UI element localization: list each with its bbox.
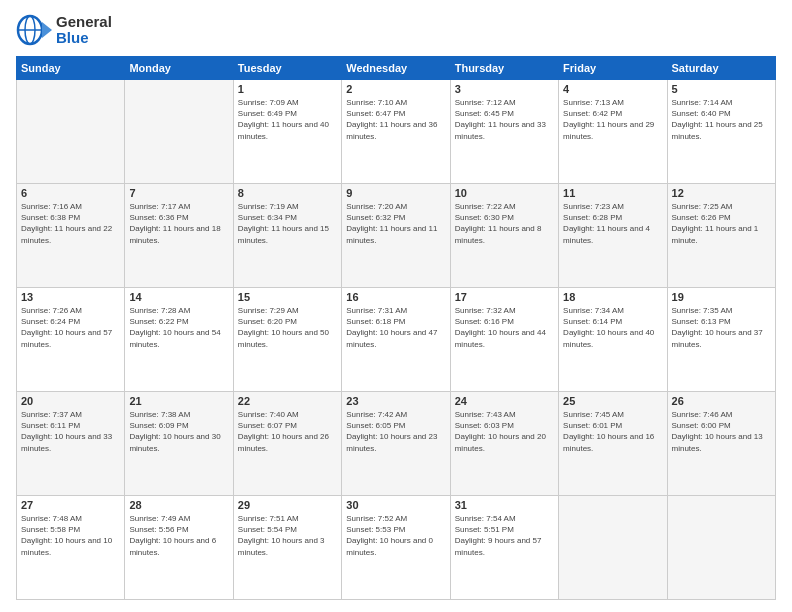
day-number: 1 xyxy=(238,83,337,95)
day-cell: 29Sunrise: 7:51 AMSunset: 5:54 PMDayligh… xyxy=(233,496,341,600)
day-number: 9 xyxy=(346,187,445,199)
day-number: 23 xyxy=(346,395,445,407)
col-header-monday: Monday xyxy=(125,57,233,80)
day-number: 6 xyxy=(21,187,120,199)
calendar-table: SundayMondayTuesdayWednesdayThursdayFrid… xyxy=(16,56,776,600)
day-cell: 30Sunrise: 7:52 AMSunset: 5:53 PMDayligh… xyxy=(342,496,450,600)
day-info: Sunrise: 7:22 AMSunset: 6:30 PMDaylight:… xyxy=(455,202,542,245)
col-header-sunday: Sunday xyxy=(17,57,125,80)
day-info: Sunrise: 7:49 AMSunset: 5:56 PMDaylight:… xyxy=(129,514,216,557)
week-row-3: 13Sunrise: 7:26 AMSunset: 6:24 PMDayligh… xyxy=(17,288,776,392)
header: General Blue xyxy=(16,12,776,48)
day-cell: 14Sunrise: 7:28 AMSunset: 6:22 PMDayligh… xyxy=(125,288,233,392)
day-info: Sunrise: 7:34 AMSunset: 6:14 PMDaylight:… xyxy=(563,306,654,349)
day-cell: 8Sunrise: 7:19 AMSunset: 6:34 PMDaylight… xyxy=(233,184,341,288)
day-number: 15 xyxy=(238,291,337,303)
day-cell: 28Sunrise: 7:49 AMSunset: 5:56 PMDayligh… xyxy=(125,496,233,600)
logo: General Blue xyxy=(16,12,112,48)
logo-text-general: General xyxy=(56,14,112,31)
day-info: Sunrise: 7:25 AMSunset: 6:26 PMDaylight:… xyxy=(672,202,759,245)
day-cell: 19Sunrise: 7:35 AMSunset: 6:13 PMDayligh… xyxy=(667,288,775,392)
day-cell: 4Sunrise: 7:13 AMSunset: 6:42 PMDaylight… xyxy=(559,80,667,184)
day-number: 12 xyxy=(672,187,771,199)
day-info: Sunrise: 7:45 AMSunset: 6:01 PMDaylight:… xyxy=(563,410,654,453)
logo-text-blue: Blue xyxy=(56,30,112,47)
day-cell xyxy=(125,80,233,184)
day-cell: 10Sunrise: 7:22 AMSunset: 6:30 PMDayligh… xyxy=(450,184,558,288)
page: General Blue SundayMondayTuesdayWednesda… xyxy=(0,0,792,612)
day-number: 16 xyxy=(346,291,445,303)
day-info: Sunrise: 7:09 AMSunset: 6:49 PMDaylight:… xyxy=(238,98,329,141)
day-number: 5 xyxy=(672,83,771,95)
col-header-wednesday: Wednesday xyxy=(342,57,450,80)
day-number: 4 xyxy=(563,83,662,95)
day-number: 27 xyxy=(21,499,120,511)
col-header-saturday: Saturday xyxy=(667,57,775,80)
col-header-thursday: Thursday xyxy=(450,57,558,80)
day-number: 28 xyxy=(129,499,228,511)
day-cell: 12Sunrise: 7:25 AMSunset: 6:26 PMDayligh… xyxy=(667,184,775,288)
day-number: 3 xyxy=(455,83,554,95)
day-number: 11 xyxy=(563,187,662,199)
day-info: Sunrise: 7:31 AMSunset: 6:18 PMDaylight:… xyxy=(346,306,437,349)
day-cell: 13Sunrise: 7:26 AMSunset: 6:24 PMDayligh… xyxy=(17,288,125,392)
day-info: Sunrise: 7:20 AMSunset: 6:32 PMDaylight:… xyxy=(346,202,437,245)
day-info: Sunrise: 7:42 AMSunset: 6:05 PMDaylight:… xyxy=(346,410,437,453)
day-info: Sunrise: 7:26 AMSunset: 6:24 PMDaylight:… xyxy=(21,306,112,349)
day-cell: 17Sunrise: 7:32 AMSunset: 6:16 PMDayligh… xyxy=(450,288,558,392)
day-cell: 18Sunrise: 7:34 AMSunset: 6:14 PMDayligh… xyxy=(559,288,667,392)
day-info: Sunrise: 7:46 AMSunset: 6:00 PMDaylight:… xyxy=(672,410,763,453)
day-number: 18 xyxy=(563,291,662,303)
day-cell: 11Sunrise: 7:23 AMSunset: 6:28 PMDayligh… xyxy=(559,184,667,288)
day-info: Sunrise: 7:10 AMSunset: 6:47 PMDaylight:… xyxy=(346,98,437,141)
day-cell xyxy=(559,496,667,600)
day-number: 22 xyxy=(238,395,337,407)
day-number: 21 xyxy=(129,395,228,407)
day-number: 2 xyxy=(346,83,445,95)
day-cell: 7Sunrise: 7:17 AMSunset: 6:36 PMDaylight… xyxy=(125,184,233,288)
day-info: Sunrise: 7:16 AMSunset: 6:38 PMDaylight:… xyxy=(21,202,112,245)
week-row-4: 20Sunrise: 7:37 AMSunset: 6:11 PMDayligh… xyxy=(17,392,776,496)
day-cell: 5Sunrise: 7:14 AMSunset: 6:40 PMDaylight… xyxy=(667,80,775,184)
col-header-tuesday: Tuesday xyxy=(233,57,341,80)
week-row-1: 1Sunrise: 7:09 AMSunset: 6:49 PMDaylight… xyxy=(17,80,776,184)
day-number: 14 xyxy=(129,291,228,303)
day-info: Sunrise: 7:48 AMSunset: 5:58 PMDaylight:… xyxy=(21,514,112,557)
day-info: Sunrise: 7:14 AMSunset: 6:40 PMDaylight:… xyxy=(672,98,763,141)
day-cell: 15Sunrise: 7:29 AMSunset: 6:20 PMDayligh… xyxy=(233,288,341,392)
calendar-header-row: SundayMondayTuesdayWednesdayThursdayFrid… xyxy=(17,57,776,80)
day-info: Sunrise: 7:35 AMSunset: 6:13 PMDaylight:… xyxy=(672,306,763,349)
day-info: Sunrise: 7:29 AMSunset: 6:20 PMDaylight:… xyxy=(238,306,329,349)
day-cell: 21Sunrise: 7:38 AMSunset: 6:09 PMDayligh… xyxy=(125,392,233,496)
week-row-5: 27Sunrise: 7:48 AMSunset: 5:58 PMDayligh… xyxy=(17,496,776,600)
day-number: 17 xyxy=(455,291,554,303)
day-info: Sunrise: 7:40 AMSunset: 6:07 PMDaylight:… xyxy=(238,410,329,453)
day-info: Sunrise: 7:13 AMSunset: 6:42 PMDaylight:… xyxy=(563,98,654,141)
day-number: 20 xyxy=(21,395,120,407)
day-info: Sunrise: 7:32 AMSunset: 6:16 PMDaylight:… xyxy=(455,306,546,349)
day-info: Sunrise: 7:28 AMSunset: 6:22 PMDaylight:… xyxy=(129,306,220,349)
day-cell: 25Sunrise: 7:45 AMSunset: 6:01 PMDayligh… xyxy=(559,392,667,496)
day-info: Sunrise: 7:52 AMSunset: 5:53 PMDaylight:… xyxy=(346,514,433,557)
day-number: 19 xyxy=(672,291,771,303)
day-info: Sunrise: 7:54 AMSunset: 5:51 PMDaylight:… xyxy=(455,514,542,557)
day-cell: 2Sunrise: 7:10 AMSunset: 6:47 PMDaylight… xyxy=(342,80,450,184)
day-cell: 20Sunrise: 7:37 AMSunset: 6:11 PMDayligh… xyxy=(17,392,125,496)
day-number: 8 xyxy=(238,187,337,199)
day-cell xyxy=(667,496,775,600)
day-cell: 3Sunrise: 7:12 AMSunset: 6:45 PMDaylight… xyxy=(450,80,558,184)
day-info: Sunrise: 7:37 AMSunset: 6:11 PMDaylight:… xyxy=(21,410,112,453)
day-number: 13 xyxy=(21,291,120,303)
day-number: 10 xyxy=(455,187,554,199)
day-number: 26 xyxy=(672,395,771,407)
day-number: 31 xyxy=(455,499,554,511)
day-number: 25 xyxy=(563,395,662,407)
day-cell: 22Sunrise: 7:40 AMSunset: 6:07 PMDayligh… xyxy=(233,392,341,496)
day-info: Sunrise: 7:12 AMSunset: 6:45 PMDaylight:… xyxy=(455,98,546,141)
logo-icon xyxy=(16,12,52,48)
day-cell: 27Sunrise: 7:48 AMSunset: 5:58 PMDayligh… xyxy=(17,496,125,600)
day-number: 24 xyxy=(455,395,554,407)
svg-marker-3 xyxy=(42,22,52,38)
col-header-friday: Friday xyxy=(559,57,667,80)
day-cell: 31Sunrise: 7:54 AMSunset: 5:51 PMDayligh… xyxy=(450,496,558,600)
